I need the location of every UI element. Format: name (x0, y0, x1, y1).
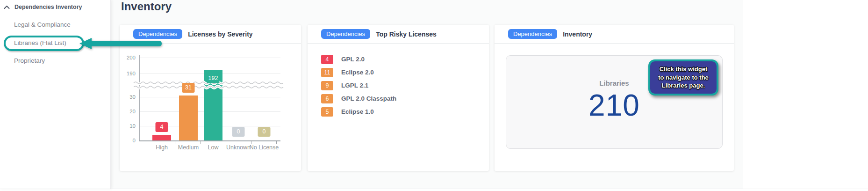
sidebar-group-dependencies-inventory[interactable]: Dependencies Inventory (4, 2, 82, 12)
card-header: Dependencies Top Risky Licenses (308, 25, 489, 44)
dashboard-screen: Dependencies Inventory Legal & Complianc… (0, 0, 868, 191)
callout-text-line: to navigate to the (653, 73, 714, 82)
y-axis-line (139, 55, 140, 140)
sidebar-group-label: Dependencies Inventory (14, 4, 82, 10)
bar-value-label-medium: 31 (182, 83, 195, 93)
risky-license-row-eclipse-2-0[interactable]: 11Eclipse 2.0 (321, 67, 374, 77)
page-title: Inventory (121, 0, 172, 13)
bar-high[interactable] (152, 135, 171, 140)
license-label: Eclipse 1.0 (341, 108, 374, 115)
chevron-up-icon (4, 5, 10, 9)
y-tick-label-10: 10 (122, 123, 136, 129)
card-top-risky-licenses: Dependencies Top Risky Licenses 4GPL 2.0… (308, 25, 489, 171)
annotation-highlight-ring (4, 36, 84, 51)
y-tick-label-30: 30 (122, 94, 136, 100)
dependencies-badge: Dependencies (508, 29, 557, 39)
license-count-badge: 6 (321, 94, 333, 103)
bottom-divider (0, 189, 868, 189)
y-tick-label-20: 20 (122, 109, 136, 114)
sidebar: Dependencies Inventory Legal & Complianc… (0, 0, 111, 189)
y-tick-label-200: 200 (122, 55, 136, 60)
license-label: Eclipse 2.0 (341, 69, 374, 76)
callout-text-line: Libraries page. (653, 81, 714, 90)
bar-value-label-unknown: 0 (232, 127, 245, 137)
risky-license-row-eclipse-1-0[interactable]: 5Eclipse 1.0 (321, 107, 374, 117)
dependencies-badge: Dependencies (321, 29, 370, 39)
card-title: Licenses by Severity (188, 30, 253, 38)
risky-license-row-lgpl-2-1[interactable]: 9LGPL 2.1 (321, 81, 368, 90)
bar-value-label-low: 192 (207, 73, 220, 83)
license-count-badge: 5 (321, 107, 333, 117)
license-label: GPL 2.0 Classpath (341, 95, 396, 102)
card-title: Top Risky Licenses (376, 30, 437, 38)
license-label: GPL 2.0 (341, 56, 365, 63)
bar-medium[interactable] (179, 96, 198, 140)
license-count-badge: 4 (321, 55, 333, 64)
gridline-200 (139, 58, 280, 58)
y-tick-label-190: 190 (122, 71, 136, 76)
callout-text-line: Click this widget (653, 65, 714, 73)
annotation-arrow-icon (79, 37, 162, 50)
y-tick-label-0: 0 (122, 138, 136, 143)
bar-value-label-high: 4 (156, 122, 168, 132)
sidebar-item-legal-compliance[interactable]: Legal & Compliance (14, 20, 71, 29)
instruction-callout: Click this widgetto navigate to theLibra… (648, 59, 718, 96)
license-label: LGPL 2.1 (341, 82, 368, 89)
card-header: Dependencies Inventory (495, 25, 734, 44)
x-axis-line (139, 140, 280, 141)
license-count-badge: 11 (321, 68, 333, 77)
category-label-no-license: No License (248, 144, 280, 151)
card-title: Inventory (563, 30, 592, 38)
severity-chart: 01020301902004High31Medium192Low0Unknown… (120, 44, 301, 171)
card-inventory: Dependencies Inventory Libraries 210 Cli… (495, 25, 734, 171)
bar-value-label-no-license: 0 (258, 127, 271, 137)
license-count-badge: 9 (321, 81, 333, 90)
sidebar-item-proprietary[interactable]: Proprietary (14, 56, 45, 66)
risky-license-row-gpl-2-0-classpath[interactable]: 6GPL 2.0 Classpath (321, 94, 396, 103)
risky-license-row-gpl-2-0[interactable]: 4GPL 2.0 (321, 54, 365, 64)
